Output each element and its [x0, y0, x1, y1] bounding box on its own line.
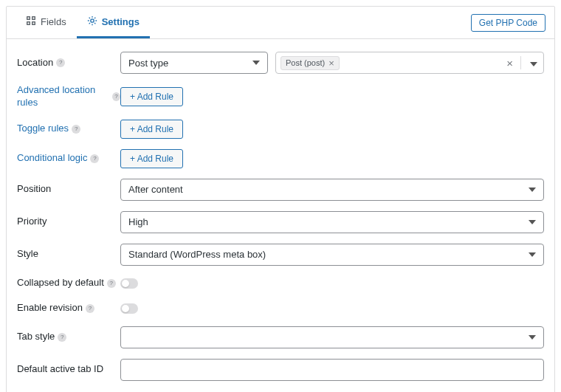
style-select[interactable]: Standard (WordPress meta box): [120, 244, 544, 266]
help-icon[interactable]: ?: [90, 154, 99, 163]
collapsed-toggle[interactable]: [120, 278, 138, 289]
add-rule-button[interactable]: + Add Rule: [120, 149, 183, 168]
add-rule-button[interactable]: + Add Rule: [120, 87, 183, 106]
help-icon[interactable]: ?: [86, 304, 94, 313]
tab-fields[interactable]: Fields: [16, 7, 77, 38]
divider: [520, 56, 521, 69]
location-select[interactable]: Post type: [120, 52, 268, 74]
tab-bar: Fields Settings Get PHP Code: [7, 7, 554, 39]
enable-revision-toggle[interactable]: [120, 303, 138, 314]
style-label: Style: [17, 248, 120, 261]
add-rule-button[interactable]: + Add Rule: [120, 120, 183, 139]
help-icon[interactable]: ?: [112, 92, 120, 101]
get-php-code-button[interactable]: Get PHP Code: [471, 14, 545, 32]
tab-label: Settings: [102, 16, 140, 27]
enable-revision-label: Enable revision?: [17, 302, 120, 314]
advanced-location-rules-link[interactable]: Advanced location rules?: [17, 84, 120, 109]
tab-style-select[interactable]: [120, 326, 544, 348]
collapsed-label: Collapsed by default?: [17, 277, 120, 289]
default-tab-label: Default active tab ID: [17, 363, 120, 376]
help-icon[interactable]: ?: [72, 125, 80, 134]
svg-rect-1: [32, 16, 35, 19]
location-label: Location?: [17, 57, 120, 69]
gear-icon: [87, 16, 97, 28]
position-label: Position: [17, 183, 120, 196]
tab-label: Fields: [41, 16, 66, 27]
default-tab-input[interactable]: [120, 359, 544, 381]
position-select[interactable]: After content: [120, 179, 544, 201]
toggle-rules-link[interactable]: Toggle rules?: [17, 123, 120, 135]
svg-rect-0: [27, 16, 30, 19]
location-tagbox[interactable]: Post (post)× ×: [275, 52, 544, 74]
svg-rect-2: [27, 21, 30, 24]
tab-settings[interactable]: Settings: [77, 7, 150, 38]
conditional-logic-link[interactable]: Conditional logic?: [17, 152, 120, 165]
grid-icon: [26, 16, 36, 28]
location-tag: Post (post)×: [280, 56, 340, 70]
svg-point-4: [91, 18, 94, 21]
chevron-down-icon[interactable]: [529, 58, 539, 69]
priority-select[interactable]: High: [120, 211, 544, 233]
tab-style-label: Tab style?: [17, 331, 120, 343]
help-icon[interactable]: ?: [58, 333, 66, 342]
priority-label: Priority: [17, 216, 120, 228]
help-icon[interactable]: ?: [107, 279, 116, 288]
tag-remove-icon[interactable]: ×: [328, 58, 334, 68]
svg-rect-3: [32, 21, 35, 24]
clear-icon[interactable]: ×: [506, 57, 513, 69]
help-icon[interactable]: ?: [56, 58, 65, 67]
